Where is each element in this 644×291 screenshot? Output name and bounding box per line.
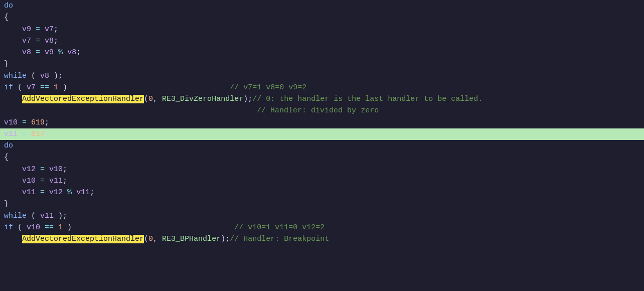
num-token: 0 — [148, 235, 153, 243]
fn-highlight-token: AddVectoredExceptionHandler — [22, 95, 144, 103]
plain-token: } — [4, 200, 9, 208]
comment-token: // v10=1 v11=0 v12=2 — [234, 223, 325, 232]
comment-token: // Handler: Breakpoint — [230, 235, 329, 243]
kw-token: do — [4, 2, 13, 10]
plain-token — [31, 37, 36, 45]
plain-token: { — [4, 13, 9, 22]
num-token: 617 — [31, 130, 45, 138]
var-token: v12 — [49, 188, 63, 197]
op-token: = — [36, 25, 40, 34]
plain-token — [4, 95, 22, 103]
plain-token: ; — [54, 37, 58, 45]
plain-token — [31, 48, 36, 57]
line-cbrace1: } — [0, 58, 644, 70]
plain-token: ); — [243, 95, 252, 103]
plain-token: ( — [13, 223, 27, 232]
line-v11eq2: v11 = v12 % v11; — [0, 187, 644, 198]
plain-token — [63, 48, 67, 57]
var-token: v11 — [22, 188, 36, 197]
plain-token — [36, 177, 40, 185]
line-v10eq2: v10 = v11; — [0, 175, 644, 187]
fn-highlight-token: AddVectoredExceptionHandler — [22, 235, 144, 243]
comment-token: // v7=1 v8=0 v9=2 — [230, 83, 306, 92]
plain-token: ); — [54, 212, 67, 220]
plain-token: ) — [58, 83, 230, 92]
line-while2: while ( v11 ); — [0, 210, 644, 222]
var-token: v10 — [49, 165, 63, 174]
plain-token — [18, 130, 22, 138]
plain-token — [4, 37, 22, 45]
plain-token — [54, 223, 58, 232]
plain-token — [40, 37, 45, 45]
plain-token — [4, 48, 22, 57]
op-token: == — [40, 83, 49, 92]
op-token: = — [40, 188, 45, 197]
line-if1: if ( v7 == 1 ) // v7=1 v8=0 v9=2 — [0, 82, 644, 93]
plain-token — [4, 188, 22, 197]
plain-token: ; — [63, 177, 67, 185]
code-block: do{ v9 = v7; v7 = v8; v8 = v9 % v8;}whil… — [0, 0, 644, 245]
var-token: v8 — [22, 48, 31, 57]
line-do2: do — [0, 140, 644, 152]
plain-token — [4, 177, 22, 185]
op-token: == — [45, 223, 54, 232]
kw-token: while — [4, 72, 27, 80]
plain-token: ; — [90, 188, 94, 197]
plain-token — [40, 48, 45, 57]
var-token: v11 — [76, 188, 90, 197]
plain-token — [63, 188, 67, 197]
plain-token — [36, 165, 40, 174]
var-token: v7 — [27, 83, 36, 92]
line-v10eq: v10 = 619; — [0, 117, 644, 128]
line-addvec2: AddVectoredExceptionHandler(0, RE3_BPHan… — [0, 233, 644, 245]
plain-token — [31, 25, 36, 34]
var-token: v10 — [22, 177, 36, 185]
plain-token — [27, 118, 31, 127]
plain-token — [49, 83, 54, 92]
var-token: v8 — [67, 48, 76, 57]
line-v11eq: v11 = 617; — [0, 128, 644, 140]
plain-token: ( — [13, 83, 27, 92]
plain-token: ( — [27, 72, 40, 80]
num-token: 619 — [31, 118, 45, 127]
plain-token — [72, 188, 76, 197]
num-token: 1 — [58, 223, 63, 232]
op-token: = — [22, 118, 27, 127]
var-token: v11 — [40, 212, 54, 220]
var-token: v9 — [22, 25, 31, 34]
num-token: 0 — [148, 95, 153, 103]
line-brace1: { — [0, 12, 644, 23]
var-token: v8 — [40, 72, 49, 80]
line-v8eq: v8 = v9 % v8; — [0, 47, 644, 58]
plain-token: , — [153, 95, 162, 103]
plain-token: ; — [45, 130, 49, 138]
comment-token: // 0: the handler is the last handler to… — [252, 95, 482, 103]
line-v7eq: v7 = v8; — [0, 35, 644, 47]
plain-token — [18, 118, 22, 127]
op-token: = — [22, 130, 27, 138]
plain-token — [4, 165, 22, 174]
op-token: % — [58, 48, 63, 57]
kw-token: do — [4, 141, 13, 150]
plain-token: ; — [45, 118, 49, 127]
plain-token: { — [4, 153, 9, 162]
plain-token: ) — [63, 223, 234, 232]
var-token: v7 — [22, 37, 31, 45]
plain-token: ); — [49, 72, 63, 80]
line-do1: do — [0, 0, 644, 12]
var-token: v8 — [45, 37, 54, 45]
plain-token: ); — [221, 235, 230, 243]
op-token: = — [40, 177, 45, 185]
plain-token: ; — [76, 48, 81, 57]
kw-token: while — [4, 212, 27, 220]
plain-token — [27, 130, 31, 138]
line-v9eq: v9 = v7; — [0, 24, 644, 35]
var-token: v12 — [22, 165, 36, 174]
var-token: v11 — [4, 130, 18, 138]
var-token: v10 — [4, 118, 18, 127]
var-token: v9 — [45, 48, 54, 57]
fn-str-token: RE3_DivZeroHandler — [162, 95, 243, 103]
op-token: = — [40, 165, 45, 174]
kw-token: if — [4, 83, 13, 92]
plain-token — [36, 83, 40, 92]
